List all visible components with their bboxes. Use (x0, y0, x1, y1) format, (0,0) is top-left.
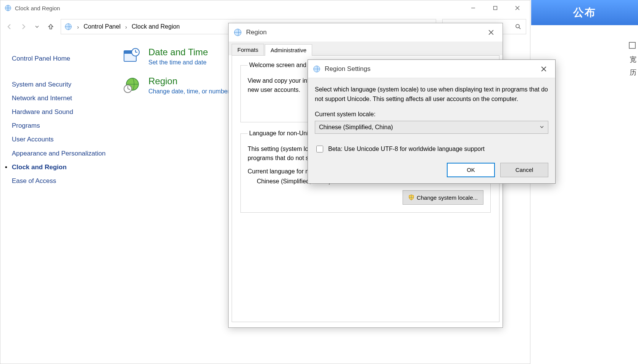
sidebar-item-clock-region[interactable]: Clock and Region (12, 163, 107, 172)
globe-icon (233, 28, 242, 37)
svg-rect-0 (629, 42, 635, 48)
sidebar-item-network[interactable]: Network and Internet (12, 94, 107, 103)
shield-icon (408, 194, 414, 200)
cancel-button[interactable]: Cancel (500, 163, 548, 177)
chevron-down-icon (540, 124, 544, 131)
region-settings-description: Select which language (system locale) to… (315, 85, 548, 104)
svg-rect-3 (494, 6, 497, 10)
tab-formats[interactable]: Formats (232, 44, 264, 55)
back-button[interactable] (4, 21, 15, 32)
region-settings-titlebar: Region Settings (308, 60, 555, 78)
minimize-button[interactable] (462, 0, 484, 16)
expand-icon (629, 42, 636, 49)
region-dialog-title: Region (246, 29, 482, 36)
breadcrumb-item[interactable]: Control Panel (84, 23, 121, 30)
region-dialog-titlebar: Region (229, 23, 503, 42)
svg-line-8 (519, 27, 520, 29)
sidebar-item-hardware[interactable]: Hardware and Sound (12, 108, 107, 116)
utf8-checkbox[interactable] (316, 146, 323, 152)
chevron-right-icon: › (125, 24, 127, 30)
search-icon (515, 24, 521, 30)
globe-icon (313, 65, 321, 73)
forward-button[interactable] (18, 21, 29, 32)
chevron-right-icon: › (77, 24, 79, 30)
sidebar-item-appearance[interactable]: Appearance and Personalization (12, 149, 107, 158)
address-globe-icon (64, 22, 72, 31)
window-title: Clock and Region (15, 5, 462, 11)
date-time-icon (122, 47, 141, 65)
region-settings-dialog: Region Settings Select which language (s… (308, 59, 556, 184)
globe-clock-icon (4, 4, 12, 12)
titlebar: Clock and Region (0, 0, 530, 16)
background-side-text: 宽 历 (623, 42, 638, 72)
system-locale-dropdown[interactable]: Chinese (Simplified, China) (315, 121, 548, 134)
category-title[interactable]: Date and Time (148, 47, 208, 58)
change-system-locale-button[interactable]: Change system locale... (403, 190, 483, 205)
region-icon (122, 76, 141, 94)
svg-point-7 (516, 24, 519, 28)
category-sublink[interactable]: Set the time and date (148, 59, 208, 66)
sidebar-item-ease-access[interactable]: Ease of Access (12, 177, 107, 185)
ok-button[interactable]: OK (447, 163, 495, 177)
up-button[interactable] (45, 21, 56, 32)
close-button[interactable] (506, 0, 528, 16)
sidebar-item-user-accounts[interactable]: User Accounts (12, 135, 107, 144)
system-locale-label: Current system locale: (315, 111, 548, 118)
breadcrumb-item[interactable]: Clock and Region (132, 23, 180, 30)
sidebar-item-programs[interactable]: Programs (12, 122, 107, 130)
sidebar: Control Panel Home System and Security N… (12, 45, 107, 191)
utf8-checkbox-label: Beta: Use Unicode UTF-8 for worldwide la… (328, 146, 485, 152)
region-settings-close-button[interactable] (535, 60, 553, 78)
region-dialog-close-button[interactable] (482, 23, 500, 42)
maximize-button[interactable] (484, 0, 506, 16)
tab-administrative[interactable]: Administrative (265, 44, 312, 56)
recent-dropdown-icon[interactable] (32, 21, 42, 32)
sidebar-item-system-security[interactable]: System and Security (12, 80, 107, 89)
utf8-checkbox-row[interactable]: Beta: Use Unicode UTF-8 for worldwide la… (315, 144, 548, 154)
background-banner: 公布 (531, 0, 638, 25)
sidebar-item-home[interactable]: Control Panel Home (12, 55, 107, 63)
system-locale-value: Chinese (Simplified, China) (319, 124, 393, 131)
region-tabs: Formats Administrative (229, 42, 503, 55)
region-settings-title: Region Settings (325, 65, 535, 73)
